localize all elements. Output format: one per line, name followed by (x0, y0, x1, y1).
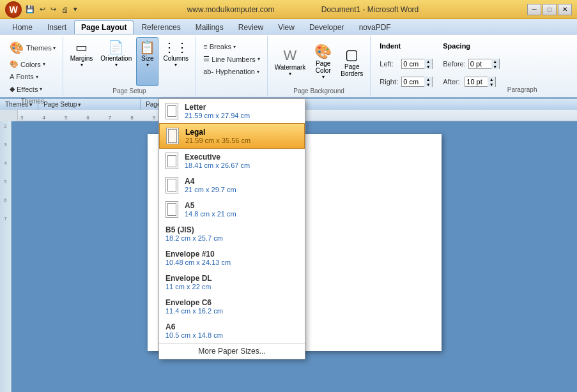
minimize-button[interactable]: ─ (527, 4, 541, 15)
effects-button[interactable]: ◆ Effects ▾ (6, 83, 59, 95)
columns-button[interactable]: ⋮⋮ Columns ▾ (160, 37, 192, 86)
before-up-btn[interactable]: ▲ (491, 59, 499, 64)
tab-novapdf[interactable]: novaPDF (352, 20, 398, 34)
executive-text: Executive 18.41 cm x 26.67 cm (185, 153, 250, 169)
more-paper-sizes-button[interactable]: More Paper Sizes... (159, 343, 305, 359)
before-spinbox[interactable]: ▲ ▼ (468, 59, 500, 69)
a6-name: A6 (165, 322, 223, 331)
window-controls: ─ □ ✕ (527, 4, 572, 15)
dropdown-item-env10[interactable]: Envelope #10 10.48 cm x 24.13 cm (159, 246, 305, 270)
undo-qa-button[interactable]: ↩ (38, 4, 47, 15)
legal-dims: 21.59 cm x 35.56 cm (185, 137, 250, 144)
dropdown-item-letter[interactable]: Letter 21.59 cm x 27.94 cm (159, 99, 305, 123)
env10-text: Envelope #10 10.48 cm x 24.13 cm (165, 250, 231, 266)
watermark-button[interactable]: W Watermark ▾ (272, 45, 309, 79)
themes-button[interactable]: 🎨 Themes ▾ (6, 38, 59, 57)
legal-text: Legal 21.59 cm x 35.56 cm (185, 128, 250, 144)
size-dropdown: Letter 21.59 cm x 27.94 cm Legal 21.59 c… (158, 98, 305, 359)
dropdown-item-legal[interactable]: Legal 21.59 cm x 35.56 cm (159, 123, 305, 149)
right-up-btn[interactable]: ▲ (424, 77, 432, 82)
dropdown-item-envc6[interactable]: Envelope C6 11.4 cm x 16.2 cm (159, 294, 305, 319)
envc6-name: Envelope C6 (165, 298, 223, 307)
tab-view[interactable]: View (271, 20, 302, 34)
left-spinbox[interactable]: ▲ ▼ (401, 59, 433, 69)
page-bg-items: W Watermark ▾ 🎨 Page Color ▾ ▢ Page Bord… (272, 37, 367, 86)
more-paper-sizes-label: More Paper Sizes... (198, 347, 265, 356)
a5-name: A5 (185, 201, 236, 210)
dropdown-item-a5[interactable]: A5 14.8 cm x 21 cm (159, 197, 305, 222)
dropdown-qa-button[interactable]: ▾ (72, 4, 79, 15)
before-down-btn[interactable]: ▼ (491, 64, 499, 69)
dropdown-scroll[interactable]: Letter 21.59 cm x 27.94 cm Legal 21.59 c… (159, 99, 305, 343)
fonts-button[interactable]: A Fonts ▾ (6, 71, 59, 82)
env10-name: Envelope #10 (165, 250, 231, 259)
executive-name: Executive (185, 153, 250, 162)
line-numbers-button[interactable]: ☰ Line Numbers ▾ (200, 53, 263, 65)
page-bg-ribbon-group: W Watermark ▾ 🎨 Page Color ▾ ▢ Page Bord… (268, 36, 371, 96)
before-spacing-row: Before: ▲ ▼ (443, 59, 499, 69)
print-qa-button[interactable]: 🖨 (60, 4, 70, 15)
page-setup-expand-icon[interactable]: ▾ (78, 102, 81, 108)
fonts-label: Fonts (16, 73, 34, 80)
colors-button[interactable]: 🎨 Colors ▾ (6, 58, 59, 70)
a4-page-icon (165, 177, 178, 193)
indent-label: Indent (380, 42, 433, 50)
right-down-btn[interactable]: ▼ (424, 82, 432, 87)
executive-dims: 18.41 cm x 26.67 cm (185, 162, 250, 169)
after-up-btn[interactable]: ▲ (488, 77, 495, 82)
breaks-button[interactable]: ≡ Breaks ▾ (200, 41, 263, 52)
size-button[interactable]: 📋 Size ▾ (136, 37, 158, 86)
right-input[interactable] (402, 78, 424, 86)
dropdown-item-b5jis[interactable]: B5 (JIS) 18.2 cm x 25.7 cm (159, 222, 305, 246)
tab-home[interactable]: Home (5, 20, 40, 34)
left-up-btn[interactable]: ▲ (424, 59, 432, 64)
a4-text: A4 21 cm x 29.7 cm (185, 177, 236, 193)
letter-text: Letter 21.59 cm x 27.94 cm (185, 103, 250, 119)
themes-label: Themes (26, 44, 52, 52)
size-label: Size (141, 55, 153, 62)
after-input[interactable] (465, 78, 488, 86)
before-input[interactable] (469, 60, 491, 68)
orientation-button[interactable]: 📄 Orientation ▾ (97, 37, 135, 86)
tab-developer[interactable]: Developer (302, 20, 351, 34)
page-setup-ribbon-group: ▭ Margins ▾ 📄 Orientation ▾ 📋 Size ▾ ⋮⋮ … (63, 36, 197, 96)
dropdown-item-envdl[interactable]: Envelope DL 11 cm x 22 cm (159, 270, 305, 294)
title-bar-left: W 💾 ↩ ↪ 🖨 ▾ (5, 1, 79, 18)
right-spinbox[interactable]: ▲ ▼ (401, 77, 433, 87)
quick-access-toolbar: 💾 ↩ ↪ 🖨 ▾ (24, 4, 79, 15)
letter-dims: 21.59 cm x 27.94 cm (185, 112, 250, 119)
tab-insert[interactable]: Insert (40, 20, 73, 34)
tab-page-layout[interactable]: Page Layout (74, 20, 134, 34)
tab-review[interactable]: Review (231, 20, 270, 34)
breaks-ribbon-group: ≡ Breaks ▾ ☰ Line Numbers ▾ ab- Hyphenat… (196, 36, 267, 96)
dropdown-item-a4[interactable]: A4 21 cm x 29.7 cm (159, 173, 305, 197)
maximize-button[interactable]: □ (542, 4, 557, 15)
dropdown-item-executive[interactable]: Executive 18.41 cm x 26.67 cm (159, 149, 305, 173)
tab-references[interactable]: References (134, 20, 187, 34)
page-borders-button[interactable]: ▢ Page Borders (337, 44, 366, 80)
orientation-label: Orientation (100, 55, 132, 62)
page-bg-group-label: Page Background (293, 86, 344, 94)
close-button[interactable]: ✕ (558, 4, 572, 15)
tab-mailings[interactable]: Mailings (188, 20, 231, 34)
after-spinbox[interactable]: ▲ ▼ (465, 77, 496, 87)
effects-label: Effects (17, 86, 38, 93)
dropdown-item-a6[interactable]: A6 10.5 cm x 14.8 cm (159, 319, 305, 343)
hyphenation-label: Hyphenation (215, 68, 255, 75)
margins-button[interactable]: ▭ Margins ▾ (67, 37, 96, 86)
redo-qa-button[interactable]: ↪ (49, 4, 58, 15)
office-button[interactable]: W (5, 1, 22, 18)
after-down-btn[interactable]: ▼ (488, 82, 495, 87)
page-color-button[interactable]: 🎨 Page Color ▾ (311, 41, 335, 82)
left-input[interactable] (402, 60, 424, 68)
save-qa-button[interactable]: 💾 (24, 4, 36, 15)
envdl-text: Envelope DL 11 cm x 22 cm (165, 274, 212, 290)
breaks-items: ≡ Breaks ▾ ☰ Line Numbers ▾ ab- Hyphenat… (200, 37, 263, 77)
hyphenation-button[interactable]: ab- Hyphenation ▾ (200, 66, 263, 77)
envdl-dims: 11 cm x 22 cm (165, 283, 212, 290)
columns-label: Columns (164, 55, 188, 62)
a6-text: A6 10.5 cm x 14.8 cm (165, 322, 223, 339)
left-down-btn[interactable]: ▼ (424, 64, 432, 69)
a6-dims: 10.5 cm x 14.8 cm (165, 331, 223, 339)
margins-label: Margins (70, 55, 93, 62)
